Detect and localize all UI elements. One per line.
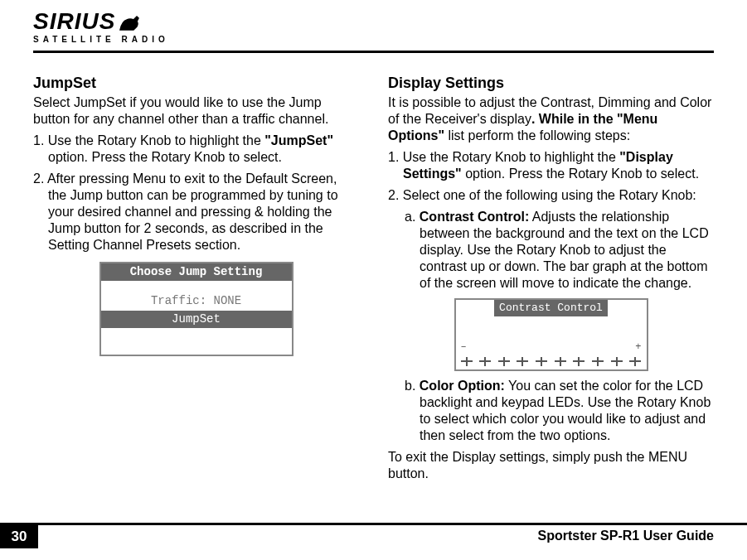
text: b.: [405, 379, 420, 393]
bar-icon: [629, 357, 641, 366]
text-bold: "JumpSet": [264, 133, 333, 147]
brand-logo: SIRIUS SATELLITE RADIO: [33, 10, 714, 44]
text: option. Press the Rotary Knob to select.: [48, 150, 282, 164]
lcd2-spacer: [456, 316, 647, 341]
jumpset-heading: JumpSet: [33, 74, 359, 93]
minus-icon: –: [461, 341, 467, 354]
jumpset-intro: Select JumpSet if you would like to use …: [33, 94, 359, 128]
lcd-gap: [101, 281, 292, 292]
lcd-line-selected: JumpSet: [101, 311, 292, 329]
bar-icon: [592, 357, 604, 366]
lcd-jump-setting: Choose Jump Setting Traffic: NONE JumpSe…: [99, 262, 293, 357]
lcd-contrast: Contrast Control – +: [454, 298, 648, 371]
bar-icon: [517, 357, 528, 366]
display-exit: To exit the Display settings, simply pus…: [388, 449, 714, 482]
text: 1. Use the Rotary Knob to highlight the: [33, 133, 264, 147]
bar-icon: [573, 357, 585, 366]
jumpset-step-2: 2. After pressing Menu to exit to the De…: [33, 171, 359, 253]
guide-title: Sportster SP-R1 User Guide: [538, 525, 715, 543]
display-sub-b: b. Color Option: You can set the color f…: [388, 378, 714, 444]
brand-main: SIRIUS: [33, 8, 115, 34]
display-sub-a: a. Contrast Control: Adjusts the relatio…: [388, 209, 714, 292]
lcd-header: Choose Jump Setting: [101, 263, 292, 282]
dog-icon: [119, 12, 142, 29]
bar-icon: [611, 357, 623, 366]
bar-icon: [536, 357, 547, 366]
page-number: 30: [0, 525, 38, 548]
bar-icon: [555, 357, 566, 366]
bar-icon: [498, 357, 510, 366]
text: 1. Use the Rotary Knob to highlight the: [388, 150, 619, 164]
text-bold: Color Option:: [420, 379, 505, 393]
lcd-line-traffic: Traffic: NONE: [101, 292, 292, 311]
jumpset-step-1: 1. Use the Rotary Knob to highlight the …: [33, 133, 359, 166]
display-step-1: 1. Use the Rotary Knob to highlight the …: [388, 149, 714, 182]
display-settings-intro: It is possible to adjust the Contrast, D…: [388, 94, 714, 144]
display-settings-heading: Display Settings: [388, 74, 714, 93]
page-footer: 30 Sportster SP-R1 User Guide: [0, 523, 747, 548]
plus-icon: +: [635, 341, 641, 354]
right-column: Display Settings It is possible to adjus…: [388, 74, 714, 487]
display-step-2: 2. Select one of the following using the…: [388, 187, 714, 204]
brand-sub: SATELLITE RADIO: [33, 35, 714, 44]
text-bold: . While in the: [531, 112, 617, 126]
bar-icon: [461, 357, 473, 366]
lcd2-header: Contrast Control: [494, 300, 608, 316]
lcd2-bars: [456, 357, 647, 369]
lcd2-scale-labels: – +: [456, 341, 647, 357]
text: list perform the following steps:: [444, 128, 630, 142]
text: a.: [405, 210, 420, 224]
lcd-blank: [101, 328, 292, 355]
header-rule: [33, 51, 714, 53]
left-column: JumpSet Select JumpSet if you would like…: [33, 74, 359, 487]
content-columns: JumpSet Select JumpSet if you would like…: [33, 74, 714, 487]
bar-icon: [479, 357, 491, 366]
text: option. Press the Rotary Knob to select.: [462, 167, 699, 181]
text-bold: Contrast Control:: [420, 210, 529, 224]
